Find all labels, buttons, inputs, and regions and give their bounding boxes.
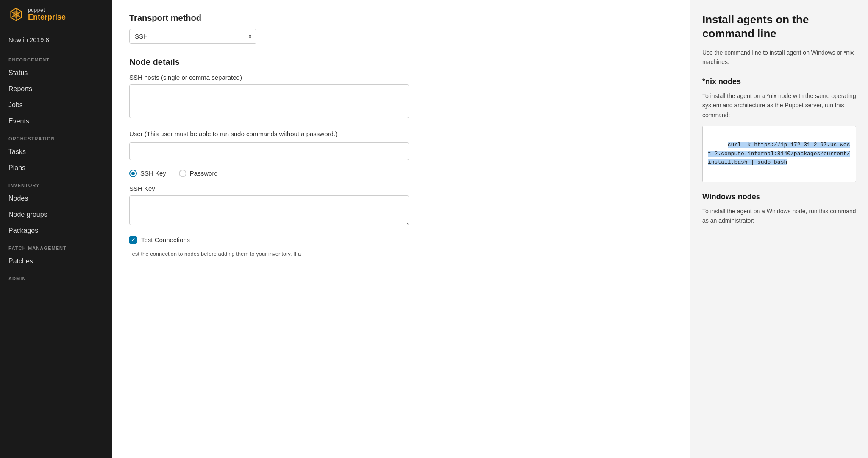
test-connections-group: Test Connections bbox=[129, 236, 673, 244]
sidebar-item-nodes[interactable]: Nodes bbox=[0, 190, 112, 207]
sidebar-item-packages[interactable]: Packages bbox=[0, 223, 112, 239]
windows-section-description: To install the agent on a Windows node, … bbox=[702, 207, 856, 226]
node-details-section: Node details SSH hosts (single or comma … bbox=[129, 57, 673, 257]
password-radio-text: Password bbox=[190, 170, 218, 177]
transport-select[interactable]: SSH WinRM bbox=[129, 29, 256, 44]
logo-puppet-label: puppet bbox=[28, 8, 66, 13]
nix-section-description: To install the agent on a *nix node with… bbox=[702, 91, 856, 120]
ssh-key-label: SSH Key bbox=[129, 185, 673, 192]
auth-method-group: SSH Key Password bbox=[129, 170, 673, 177]
sidebar-section-orchestration: ORCHESTRATION bbox=[0, 129, 112, 144]
ssh-hosts-label: SSH hosts (single or comma separated) bbox=[129, 74, 673, 81]
logo-enterprise-label: Enterprise bbox=[28, 13, 66, 22]
user-input[interactable] bbox=[129, 142, 409, 160]
nix-command-text: curl -k https://ip-172-31-2-97.us-west-2… bbox=[708, 142, 850, 166]
ssh-key-radio-label[interactable]: SSH Key bbox=[129, 170, 166, 177]
sidebar-logo: puppet Enterprise bbox=[0, 0, 112, 29]
right-panel: Install agents on the command line Use t… bbox=[690, 0, 868, 458]
sidebar-section-enforcement: ENFORCEMENT bbox=[0, 50, 112, 65]
test-connections-label: Test Connections bbox=[141, 236, 190, 243]
ssh-key-group: SSH Key bbox=[129, 185, 673, 227]
sidebar-section-inventory: INVENTORY bbox=[0, 176, 112, 190]
sidebar-item-patches[interactable]: Patches bbox=[0, 253, 112, 269]
sidebar-item-status[interactable]: Status bbox=[0, 65, 112, 81]
panel-title: Install agents on the command line bbox=[702, 13, 856, 40]
ssh-key-radio[interactable] bbox=[129, 170, 137, 177]
ssh-key-radio-text: SSH Key bbox=[140, 170, 166, 177]
ssh-key-input[interactable] bbox=[129, 195, 409, 225]
sidebar-item-tasks[interactable]: Tasks bbox=[0, 144, 112, 160]
windows-section-title: Windows nodes bbox=[702, 193, 856, 201]
test-connections-checkbox[interactable] bbox=[129, 236, 137, 244]
main-content: Transport method SSH WinRM ⬍ Node detail… bbox=[112, 0, 868, 458]
sidebar-item-plans[interactable]: Plans bbox=[0, 160, 112, 176]
logo-text-group: puppet Enterprise bbox=[28, 8, 66, 22]
sidebar-item-new-in-2019[interactable]: New in 2019.8 bbox=[0, 29, 112, 50]
sidebar-section-admin: ADMIN bbox=[0, 269, 112, 284]
sidebar-item-events[interactable]: Events bbox=[0, 113, 112, 129]
sidebar: puppet Enterprise New in 2019.8 ENFORCEM… bbox=[0, 0, 112, 458]
test-connections-note: Test the connection to nodes before addi… bbox=[129, 251, 409, 257]
user-group: User (This user must be able to run sudo… bbox=[129, 129, 673, 160]
panel-description: Use the command line to install agent on… bbox=[702, 48, 856, 67]
password-radio-label[interactable]: Password bbox=[179, 170, 218, 177]
sidebar-item-reports[interactable]: Reports bbox=[0, 81, 112, 97]
sidebar-section-patch-management: PATCH MANAGEMENT bbox=[0, 239, 112, 253]
form-area: Transport method SSH WinRM ⬍ Node detail… bbox=[112, 0, 690, 458]
password-radio[interactable] bbox=[179, 170, 186, 177]
transport-method-group: Transport method SSH WinRM ⬍ bbox=[129, 13, 673, 44]
sidebar-item-jobs[interactable]: Jobs bbox=[0, 97, 112, 113]
transport-method-title: Transport method bbox=[129, 13, 673, 23]
ssh-hosts-group: SSH hosts (single or comma separated) bbox=[129, 74, 673, 120]
nix-command-block[interactable]: curl -k https://ip-172-31-2-97.us-west-2… bbox=[702, 126, 856, 182]
sidebar-item-node-groups[interactable]: Node groups bbox=[0, 207, 112, 223]
user-label: User (This user must be able to run sudo… bbox=[129, 129, 673, 139]
ssh-hosts-input[interactable] bbox=[129, 84, 409, 118]
puppet-logo-icon bbox=[8, 7, 24, 22]
transport-select-wrapper: SSH WinRM ⬍ bbox=[129, 29, 256, 44]
node-details-title: Node details bbox=[129, 57, 673, 67]
nix-section-title: *nix nodes bbox=[702, 77, 856, 86]
